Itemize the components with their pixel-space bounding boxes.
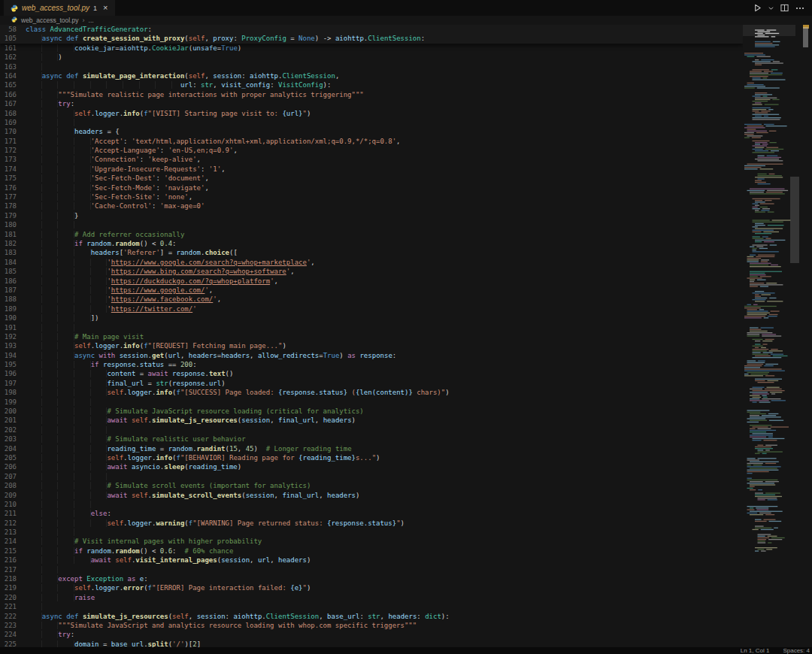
line-number: 220	[0, 593, 26, 602]
code-line[interactable]: 164 async def simulate_page_interaction(…	[0, 71, 743, 80]
code-line[interactable]: 185 'https://www.bing.com/search?q=whop+…	[0, 267, 743, 276]
code-line[interactable]: 191	[0, 323, 743, 332]
code-line[interactable]: 194 async with session.get(url, headers=…	[0, 351, 743, 360]
code-line[interactable]: 162 )	[0, 53, 743, 62]
line-number: 206	[0, 462, 26, 471]
code-line[interactable]: 218 except Exception as e:	[0, 574, 743, 583]
code-line[interactable]: 182 if random.random() < 0.4:	[0, 239, 743, 248]
code-line[interactable]: 190 ])	[0, 313, 743, 322]
code-line[interactable]: 212 self.logger.warning(f"[WARNING] Page…	[0, 519, 743, 528]
editor-tab[interactable]: web_access_tool.py 1 ×	[4, 0, 115, 16]
code-line[interactable]: 220 raise	[0, 593, 743, 602]
vscode-window: web_access_tool.py 1 × we	[0, 0, 812, 654]
code-line[interactable]: 105 async def create_session_with_proxy(…	[0, 34, 743, 43]
code-line[interactable]: 225 domain = base_url.split('/')[2]	[0, 640, 743, 647]
code-line[interactable]: 219 self.logger.error(f"[ERROR] Page int…	[0, 583, 743, 592]
code-line[interactable]: 224 try:	[0, 630, 743, 639]
code-line[interactable]: 163	[0, 62, 743, 71]
code-line[interactable]: 215 if random.random() < 0.6: # 60% chan…	[0, 547, 743, 556]
code-line[interactable]: 203 # Simulate realistic user behavior	[0, 434, 743, 444]
code-line[interactable]: 181 # Add referrer occasionally	[0, 230, 743, 239]
line-number: 172	[0, 146, 26, 155]
line-number: 188	[0, 295, 26, 304]
line-number: 187	[0, 286, 26, 295]
line-number: 215	[0, 547, 26, 556]
code-line[interactable]: 208 # Simulate scroll events (important …	[0, 481, 743, 490]
minimap[interactable]	[743, 25, 795, 647]
code-line[interactable]: 188 'https://www.facebook.com/',	[0, 295, 743, 304]
code-line[interactable]: 167 try:	[0, 99, 743, 108]
line-number: 221	[0, 602, 26, 611]
code-line[interactable]: 179 }	[0, 211, 743, 220]
code-line[interactable]: 183 headers['Referer'] = random.choice([	[0, 248, 743, 257]
line-number: 182	[0, 239, 26, 248]
code-line[interactable]: 165 url: str, visit_config: VisitConfig)…	[0, 80, 743, 89]
code-line[interactable]: 217	[0, 565, 743, 574]
line-number: 166	[0, 90, 26, 99]
code-line[interactable]: 168 self.logger.info(f"[VISIT] Starting …	[0, 109, 743, 118]
code-line[interactable]: 198 self.logger.info(f"[SUCCESS] Page lo…	[0, 388, 743, 397]
code-line[interactable]: 193 self.logger.info(f"[REQUEST] Fetchin…	[0, 341, 743, 350]
code-line[interactable]: 177 'Sec-Fetch-Site': 'none',	[0, 192, 743, 201]
line-number: 223	[0, 621, 26, 630]
code-line[interactable]: 221	[0, 602, 743, 611]
code-line[interactable]: 58class AdvancedTrafficGenerator:	[0, 25, 743, 34]
code-line[interactable]: 180	[0, 220, 743, 229]
code-line[interactable]: 184 'https://www.google.com/search?q=who…	[0, 258, 743, 267]
line-number: 170	[0, 127, 26, 136]
code-line[interactable]: 189 'https://twitter.com/'	[0, 304, 743, 313]
split-editor-icon[interactable]	[780, 4, 789, 12]
code-area[interactable]: 58class AdvancedTrafficGenerator:105 asy…	[0, 25, 743, 647]
code-line[interactable]: 166 """Simulate realistic page interacti…	[0, 90, 743, 99]
code-line[interactable]: 170 headers = {	[0, 127, 743, 136]
status-indentation[interactable]: Spaces: 4	[783, 647, 810, 654]
run-button[interactable]	[753, 4, 762, 12]
code-line[interactable]: 210	[0, 500, 743, 509]
code-line[interactable]: 222 async def simulate_js_resources(self…	[0, 612, 743, 621]
code-line[interactable]: 204 reading_time = random.randint(15, 45…	[0, 444, 743, 453]
code-line[interactable]: 223 """Simulate JavaScript and analytics…	[0, 621, 743, 630]
tab-bar: web_access_tool.py 1 ×	[0, 0, 812, 16]
breadcrumb-more[interactable]: ...	[89, 17, 94, 24]
code-line[interactable]: 214 # Visit internal pages with higher p…	[0, 537, 743, 546]
status-cursor-position[interactable]: Ln 1, Col 1	[741, 647, 770, 654]
code-line[interactable]: 209 await self.simulate_scroll_events(se…	[0, 491, 743, 500]
code-line[interactable]: 195 if response.status == 200:	[0, 360, 743, 369]
code-line[interactable]: 161 cookie_jar=aiohttp.CookieJar(unsafe=…	[0, 44, 743, 53]
sticky-scroll[interactable]: 58class AdvancedTrafficGenerator:105 asy…	[0, 25, 743, 44]
line-number: 202	[0, 425, 26, 434]
code-line[interactable]: 200 # Simulate JavaScript resource loadi…	[0, 407, 743, 416]
code-line[interactable]: 205 self.logger.info(f"[BEHAVIOR] Readin…	[0, 453, 743, 462]
ellipsis-icon[interactable]	[795, 7, 804, 10]
code-line[interactable]: 178 'Cache-Control': 'max-age=0'	[0, 201, 743, 210]
code-line[interactable]: 207	[0, 472, 743, 481]
code-line[interactable]: 169	[0, 118, 743, 127]
line-number: 216	[0, 556, 26, 565]
code-line[interactable]: 192 # Main page visit	[0, 332, 743, 341]
breadcrumb-file[interactable]: web_access_tool.py	[21, 17, 79, 24]
code-line[interactable]: 196 content = await response.text()	[0, 369, 743, 378]
code-line[interactable]: 186 'https://duckduckgo.com/?q=whop+plat…	[0, 277, 743, 286]
code-line[interactable]: 176 'Sec-Fetch-Mode': 'navigate',	[0, 183, 743, 192]
line-number: 211	[0, 509, 26, 518]
code-line[interactable]: 202	[0, 425, 743, 434]
chevron-down-icon[interactable]	[768, 6, 774, 11]
code-line[interactable]: 211 else:	[0, 509, 743, 518]
code-line[interactable]: 174 'Upgrade-Insecure-Requests': '1',	[0, 165, 743, 174]
line-number: 218	[0, 574, 26, 583]
code-line[interactable]: 216 await self.visit_internal_pages(sess…	[0, 556, 743, 565]
code-line[interactable]: 201 await self.simulate_js_resources(ses…	[0, 416, 743, 425]
code-line[interactable]: 175 'Sec-Fetch-Dest': 'document',	[0, 174, 743, 183]
code-line[interactable]: 199	[0, 398, 743, 407]
scrollbar-thumb[interactable]	[790, 177, 799, 263]
code-line[interactable]: 213	[0, 528, 743, 537]
code-line[interactable]: 172 'Accept-Language': 'en-US,en;q=0.9',	[0, 146, 743, 155]
line-number: 180	[0, 220, 26, 229]
minimap-slider[interactable]	[743, 25, 795, 36]
close-icon[interactable]: ×	[103, 4, 108, 12]
code-line[interactable]: 171 'Accept': 'text/html,application/xht…	[0, 137, 743, 146]
code-line[interactable]: 206 await asyncio.sleep(reading_time)	[0, 462, 743, 471]
code-line[interactable]: 197 final_url = str(response.url)	[0, 379, 743, 388]
code-line[interactable]: 173 'Connection': 'keep-alive',	[0, 155, 743, 164]
code-line[interactable]: 187 'https://www.google.com/',	[0, 286, 743, 295]
